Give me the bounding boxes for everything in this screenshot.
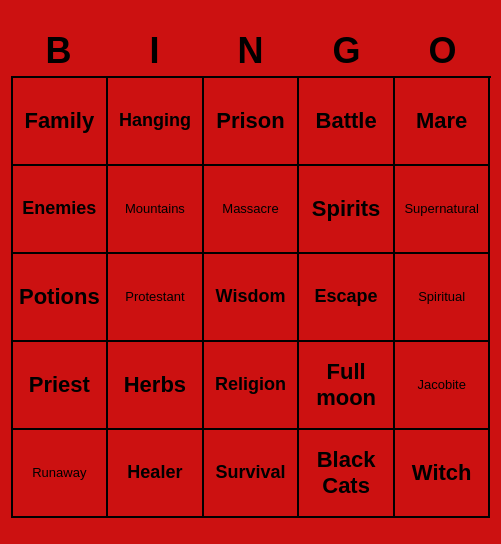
header-b: B <box>11 26 107 76</box>
header-o: O <box>395 26 491 76</box>
bingo-cell-4[interactable]: Mare <box>395 78 491 166</box>
bingo-cell-23[interactable]: Black Cats <box>299 430 395 518</box>
cell-text-5: Enemies <box>22 198 96 220</box>
bingo-grid: FamilyHangingPrisonBattleMareEnemiesMoun… <box>11 76 491 518</box>
cell-text-8: Spirits <box>312 196 380 222</box>
cell-text-17: Religion <box>215 374 286 396</box>
cell-text-19: Jacobite <box>417 377 465 393</box>
cell-text-21: Healer <box>127 462 182 484</box>
cell-text-14: Spiritual <box>418 289 465 305</box>
cell-text-16: Herbs <box>124 372 186 398</box>
cell-text-0: Family <box>24 108 94 134</box>
cell-text-23: Black Cats <box>303 447 389 500</box>
bingo-cell-19[interactable]: Jacobite <box>395 342 491 430</box>
bingo-cell-7[interactable]: Massacre <box>204 166 300 254</box>
cell-text-22: Survival <box>215 462 285 484</box>
bingo-cell-17[interactable]: Religion <box>204 342 300 430</box>
bingo-cell-0[interactable]: Family <box>13 78 109 166</box>
bingo-cell-1[interactable]: Hanging <box>108 78 204 166</box>
cell-text-7: Massacre <box>222 201 278 217</box>
cell-text-12: Wisdom <box>216 286 286 308</box>
bingo-cell-14[interactable]: Spiritual <box>395 254 491 342</box>
bingo-cell-10[interactable]: Potions <box>13 254 109 342</box>
bingo-cell-13[interactable]: Escape <box>299 254 395 342</box>
bingo-cell-3[interactable]: Battle <box>299 78 395 166</box>
cell-text-4: Mare <box>416 108 467 134</box>
header-g: G <box>299 26 395 76</box>
bingo-cell-15[interactable]: Priest <box>13 342 109 430</box>
cell-text-13: Escape <box>315 286 378 308</box>
bingo-cell-22[interactable]: Survival <box>204 430 300 518</box>
cell-text-3: Battle <box>316 108 377 134</box>
cell-text-24: Witch <box>412 460 472 486</box>
cell-text-2: Prison <box>216 108 284 134</box>
bingo-cell-6[interactable]: Mountains <box>108 166 204 254</box>
bingo-cell-16[interactable]: Herbs <box>108 342 204 430</box>
bingo-card: B I N G O FamilyHangingPrisonBattleMareE… <box>11 26 491 518</box>
bingo-cell-8[interactable]: Spirits <box>299 166 395 254</box>
bingo-cell-21[interactable]: Healer <box>108 430 204 518</box>
bingo-cell-9[interactable]: Supernatural <box>395 166 491 254</box>
bingo-cell-24[interactable]: Witch <box>395 430 491 518</box>
bingo-cell-12[interactable]: Wisdom <box>204 254 300 342</box>
cell-text-20: Runaway <box>32 465 86 481</box>
cell-text-9: Supernatural <box>404 201 478 217</box>
cell-text-10: Potions <box>19 284 100 310</box>
cell-text-6: Mountains <box>125 201 185 217</box>
header-i: I <box>107 26 203 76</box>
bingo-cell-18[interactable]: Full moon <box>299 342 395 430</box>
bingo-header: B I N G O <box>11 26 491 76</box>
cell-text-15: Priest <box>29 372 90 398</box>
header-n: N <box>203 26 299 76</box>
bingo-cell-11[interactable]: Protestant <box>108 254 204 342</box>
cell-text-1: Hanging <box>119 110 191 132</box>
cell-text-18: Full moon <box>303 359 389 412</box>
bingo-cell-20[interactable]: Runaway <box>13 430 109 518</box>
cell-text-11: Protestant <box>125 289 184 305</box>
bingo-cell-2[interactable]: Prison <box>204 78 300 166</box>
bingo-cell-5[interactable]: Enemies <box>13 166 109 254</box>
